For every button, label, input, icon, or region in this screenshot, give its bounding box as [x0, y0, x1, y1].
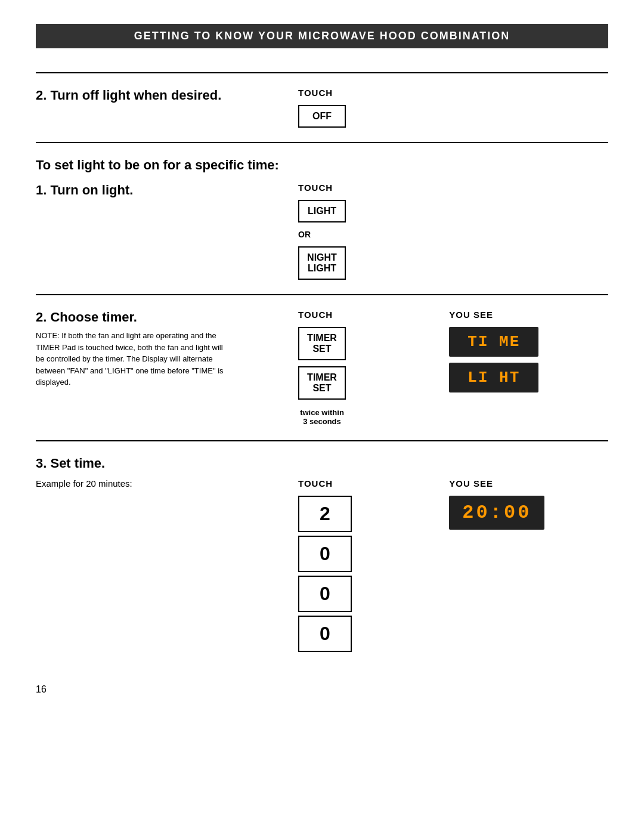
night-light-line1: NIGHT [307, 252, 337, 262]
touch-label-3: TOUCH [298, 310, 333, 320]
section-choose-timer: 2. Choose timer. NOTE: If both the fan a… [36, 294, 608, 440]
step-turn-off-light: 2. Turn off light when desired. [36, 88, 274, 103]
touch-label-4: TOUCH [298, 478, 333, 489]
you-see-label-4: YOU SEE [449, 478, 493, 489]
night-light-button[interactable]: NIGHT LIGHT [298, 246, 346, 280]
page-number: 16 [36, 684, 608, 695]
touch-label-1: TOUCH [298, 88, 333, 98]
number-2-button[interactable]: 2 [298, 496, 352, 532]
timer-set-button-2[interactable]: TIMER SET [298, 366, 346, 400]
section-set-light-title: To set light to be on for a specific tim… [36, 157, 608, 173]
twice-label: twice within 3 seconds [298, 408, 346, 426]
header-title: GETTING TO KNOW YOUR MICROWAVE HOOD COMB… [134, 30, 510, 42]
step-set-time: 3. Set time. [36, 456, 608, 471]
step-turn-on-light: 1. Turn on light. [36, 183, 274, 198]
off-button[interactable]: OFF [298, 105, 346, 128]
number-0-button-3[interactable]: 0 [298, 616, 352, 652]
timer-display-1: TI ME [449, 327, 538, 357]
timer-note: NOTE: If both the fan and light are oper… [36, 330, 227, 388]
you-see-label-3: YOU SEE [449, 310, 493, 320]
section-turn-off-light: 2. Turn off light when desired. TOUCH OF… [36, 72, 608, 142]
number-0-button-1[interactable]: 0 [298, 536, 352, 572]
timer-set-2-line1: TIMER [307, 372, 337, 382]
light-button[interactable]: LIGHT [298, 200, 346, 222]
night-light-line2: LIGHT [308, 263, 336, 273]
twice-label-text: twice within 3 seconds [300, 408, 344, 426]
page-header: GETTING TO KNOW YOUR MICROWAVE HOOD COMB… [36, 24, 608, 48]
timer-set-1-line2: SET [312, 344, 331, 354]
number-0-button-2[interactable]: 0 [298, 576, 352, 612]
timer-set-2-line2: SET [312, 383, 331, 393]
timer-display-2: LI HT [449, 363, 538, 392]
step-choose-timer: 2. Choose timer. [36, 310, 274, 325]
timer-set-1-line1: TIMER [307, 333, 337, 343]
touch-label-2: TOUCH [298, 183, 333, 193]
section-set-light-time: To set light to be on for a specific tim… [36, 142, 608, 294]
or-label: OR [298, 230, 311, 239]
section-set-time: 3. Set time. Example for 20 minutes: TOU… [36, 440, 608, 666]
timer-set-button-1[interactable]: TIMER SET [298, 327, 346, 360]
time-display: 20:00 [449, 496, 544, 530]
example-text: Example for 20 minutes: [36, 478, 274, 489]
